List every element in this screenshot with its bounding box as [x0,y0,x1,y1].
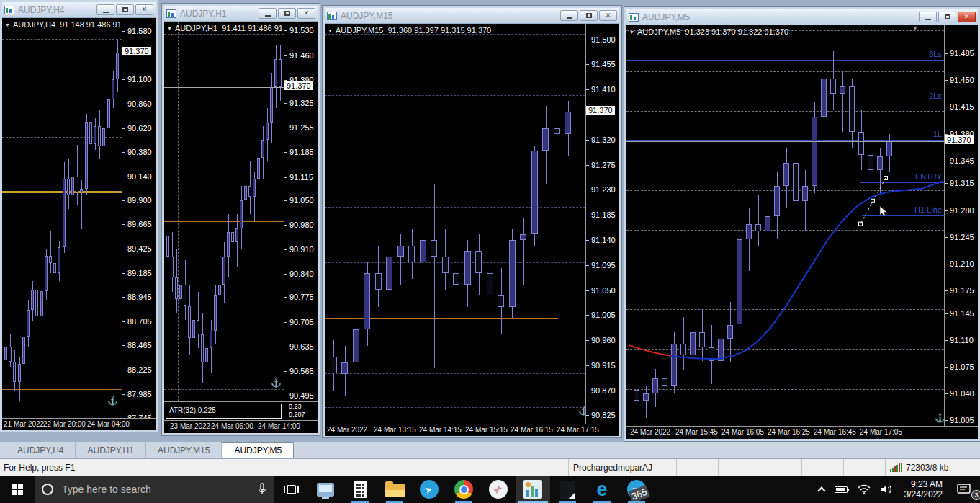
restore-button[interactable] [938,12,956,22]
time-axis[interactable]: 24 Mar 202224 Mar 13:1524 Mar 14:1524 Ma… [325,424,619,436]
symbol-dropdown-icon[interactable]: ▼ [629,30,634,35]
taskbar-app-notepad[interactable] [550,476,585,503]
notification-center-button[interactable]: 3 [948,476,980,503]
taskbar-app-telegram[interactable]: ➤ [412,476,446,503]
chart-area[interactable]: ⚓ 91.53091.46091.39091.32591.25591.18591… [164,22,318,432]
close-button[interactable]: ✕ [135,4,153,15]
task-view-button[interactable] [274,476,308,503]
minimize-button[interactable] [259,8,277,19]
price-tick-label: 89.900 [127,196,152,205]
price-tick [284,347,287,347]
close-button[interactable]: ✕ [599,10,617,21]
price-tick-label: 90.960 [591,336,616,344]
symbol-dropdown-icon[interactable]: ▼ [167,26,172,31]
taskbar-app-calculator[interactable] [343,476,377,503]
search-placeholder: Type here to search [62,484,258,495]
connection-status[interactable]: 72303/8 kb [885,459,980,476]
taskbar-app-file-explorer[interactable] [377,476,412,503]
microphone-icon[interactable] [258,483,266,496]
search-input[interactable]: Type here to search [35,476,274,503]
atr-indicator-pane[interactable]: ATR(32) 0.225 0.23 0.207 [164,402,318,421]
price-tick-label: 88.225 [127,365,152,374]
status-pane [843,459,885,476]
chrome-icon [454,480,473,499]
taskbar-app-telegram-365[interactable]: ➤365 [619,476,654,503]
price-axis[interactable]: 91.53091.46091.39091.32591.25591.18591.1… [284,22,318,401]
minimize-button[interactable] [919,12,937,22]
candle-body [375,273,382,290]
tray-wifi[interactable] [853,476,876,503]
battery-icon [835,486,848,493]
status-pane [801,459,843,476]
chart-area[interactable]: ⚓ 91.58091.10090.86090.62090.38090.14089… [2,18,156,430]
tray-expand-button[interactable] [814,476,830,503]
restore-icon [945,14,950,19]
restore-button[interactable] [116,4,134,15]
candle-body [214,295,217,331]
close-icon: ✕ [142,6,148,13]
symbol-dropdown-icon[interactable]: ▼ [5,22,10,27]
horizontal-level-line [626,140,944,141]
time-axis[interactable]: 21 Mar 202222 Mar 20:0024 Mar 04:00 [2,419,156,430]
window-titlebar[interactable]: AUDJPY,H4 ✕ [2,2,156,18]
candle-wick [880,148,881,194]
time-axis[interactable]: 23 Mar 202224 Mar 06:0024 Mar 14:00 [164,421,318,432]
tray-volume[interactable] [876,476,899,503]
start-button[interactable] [0,476,35,503]
plot-area[interactable]: ⚓ [164,22,284,401]
taskbar-app-chrome[interactable] [446,476,481,503]
window-title: AUDJPY,H4 [18,5,96,15]
clock-date: 3/24/2022 [904,489,943,499]
time-label: 24 Mar 15:15 [465,426,508,434]
candle-body [279,59,282,87]
price-tick [122,152,125,153]
time-axis[interactable]: 24 Mar 202224 Mar 15:4524 Mar 16:0524 Ma… [626,427,978,438]
price-tick [122,224,125,225]
symbol-dropdown-icon[interactable]: ▼ [328,28,333,33]
grid-line [626,190,944,191]
candle-body [94,126,96,144]
tab-audjpy-h1[interactable]: AUDJPY,H1 [76,442,145,458]
restore-button[interactable] [278,8,296,19]
price-tick [284,177,287,178]
price-tick [122,104,125,104]
price-tick [122,79,125,80]
tray-clock[interactable]: 9:23 AM 3/24/2022 [899,476,948,503]
price-axis[interactable]: 91.58091.10090.86090.62090.38090.14089.9… [122,18,156,418]
restore-button[interactable] [580,10,598,21]
taskbar-app-metatrader[interactable] [516,476,550,503]
close-icon: ✕ [606,12,611,19]
close-button[interactable]: ✕ [297,8,315,19]
chart-area[interactable]: ⚓ 91.50091.45591.41091.32091.27591.23091… [325,24,619,436]
windows-logo-icon [12,484,23,495]
price-tick [945,134,948,135]
minimize-button[interactable] [96,4,114,15]
tray-battery[interactable] [830,476,853,503]
horizontal-level-line [2,191,122,193]
tab-audjpy-h4[interactable]: AUDJPY,H4 [6,442,76,458]
price-axis[interactable]: 91.48591.45091.41591.38091.34591.31591.2… [945,25,978,426]
window-titlebar[interactable]: AUDJPY,M5 ✕ [626,9,978,25]
chart-area[interactable]: 3Ls2Ls1LENTRYH1 Line⚓▼ 91.48591.45091.41… [626,25,978,438]
price-tick [284,55,287,56]
price-axis[interactable]: 91.50091.45591.41091.32091.27591.23091.1… [586,24,619,424]
plot-area[interactable]: 3Ls2Ls1LENTRYH1 Line⚓▼ [626,25,945,426]
level-label: 1L [933,130,942,138]
taskbar-app-edge[interactable]: e [585,476,619,503]
candle-body [179,285,182,299]
plot-area[interactable]: ⚓ [325,24,586,424]
plot-area[interactable]: ⚓ [2,18,122,418]
close-button[interactable]: ✕ [958,12,976,22]
grid-line [325,207,585,208]
taskbar-app-monitor[interactable] [308,476,343,503]
tab-audjpy-m5[interactable]: AUDJPY,M5 [222,442,294,458]
level-label: 2Ls [929,92,942,100]
window-titlebar[interactable]: AUDJPY,M15 ✕ [325,8,619,24]
minimize-button[interactable] [560,10,578,21]
tab-audjpy-m15[interactable]: AUDJPY,M15 [146,442,222,458]
taskbar-app-snipping-tool[interactable]: ✂ [481,476,516,503]
horizontal-level-line [626,60,944,61]
price-tick [945,420,948,421]
candle-body [331,357,337,373]
window-titlebar[interactable]: AUDJPY,H1 ✕ [164,6,318,22]
